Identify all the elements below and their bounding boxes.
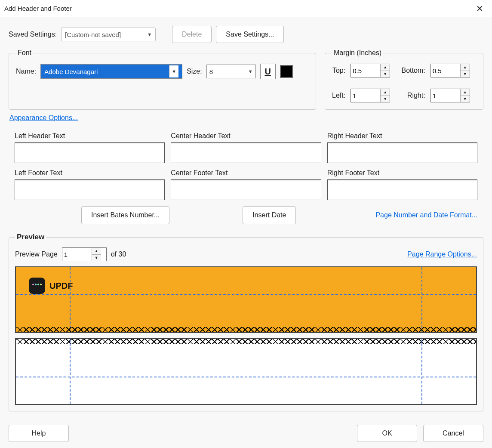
page-range-options-link[interactable]: Page Range Options... — [407, 250, 477, 258]
brand-text: UPDF — [49, 281, 73, 291]
margin-bottom-input[interactable]: ▲▼ — [430, 64, 470, 77]
center-footer-label: Center Footer Text — [171, 169, 321, 177]
document-brand: UPDF — [29, 278, 73, 294]
delete-button[interactable]: Delete — [172, 26, 212, 43]
right-header-label: Right Header Text — [327, 132, 477, 140]
margin-guide — [421, 339, 422, 404]
margin-right-input[interactable]: ▲▼ — [430, 89, 470, 102]
font-legend: Font — [16, 49, 33, 57]
spin-up-icon[interactable]: ▲ — [461, 89, 470, 96]
spin-down-icon[interactable]: ▼ — [381, 96, 390, 102]
underline-button[interactable]: U — [260, 64, 276, 79]
tear-edge-icon — [16, 327, 476, 332]
font-size-value: 8 — [209, 68, 213, 75]
chevron-down-icon: ▼ — [169, 65, 178, 77]
left-header-input[interactable] — [15, 142, 165, 163]
spin-down-icon[interactable]: ▼ — [381, 71, 390, 77]
margin-guide — [70, 267, 71, 332]
margin-guide — [70, 339, 71, 404]
right-header-input[interactable] — [327, 142, 477, 163]
help-button[interactable]: Help — [9, 425, 69, 442]
appearance-options-link[interactable]: Appearance Options... — [9, 114, 78, 121]
margin-guide — [16, 377, 476, 377]
spin-down-icon[interactable]: ▼ — [92, 255, 101, 261]
center-footer-input[interactable] — [171, 179, 321, 200]
margin-right-label: Right: — [402, 92, 425, 99]
preview-footer-pane — [15, 338, 477, 405]
font-size-label: Size: — [187, 68, 202, 75]
preview-group: Preview Preview Page ▲▼ of 30 Page Range… — [9, 233, 483, 411]
saved-settings-select[interactable]: [Custom-not saved] ▼ — [61, 28, 156, 41]
spin-up-icon[interactable]: ▲ — [381, 89, 390, 96]
page-number-date-format-link[interactable]: Page Number and Date Format... — [375, 211, 477, 219]
font-size-select[interactable]: 8 ▼ — [206, 65, 256, 78]
cancel-button[interactable]: Cancel — [423, 425, 483, 442]
right-footer-input[interactable] — [327, 179, 477, 200]
chevron-down-icon: ▼ — [147, 32, 152, 37]
margin-left-value[interactable] — [351, 89, 380, 102]
preview-of-text: of 30 — [111, 250, 126, 258]
margin-group: Margin (Inches) Top: ▲▼ Bottom: ▲▼ Left:… — [325, 49, 483, 110]
margin-left-input[interactable]: ▲▼ — [351, 89, 390, 102]
font-name-select[interactable]: Adobe Devanagari ▼ — [40, 64, 182, 79]
font-color-swatch[interactable] — [280, 65, 293, 78]
spin-down-icon[interactable]: ▼ — [461, 71, 470, 77]
left-footer-input[interactable] — [15, 179, 165, 200]
spin-up-icon[interactable]: ▲ — [381, 64, 390, 71]
ok-button[interactable]: OK — [357, 425, 417, 442]
right-footer-label: Right Footer Text — [327, 169, 477, 177]
preview-header-pane: UPDF — [15, 266, 477, 333]
margin-top-label: Top: — [332, 67, 345, 74]
tear-edge-icon — [16, 339, 476, 344]
margin-guide — [16, 294, 476, 295]
margin-legend: Margin (Inches) — [332, 49, 383, 57]
left-header-label: Left Header Text — [15, 132, 165, 140]
left-footer-label: Left Footer Text — [15, 169, 165, 177]
margin-top-input[interactable]: ▲▼ — [351, 64, 390, 77]
save-settings-button[interactable]: Save Settings... — [216, 26, 284, 43]
updf-logo-icon — [29, 278, 45, 294]
preview-page-input[interactable]: ▲▼ — [62, 247, 107, 261]
font-name-value: Adobe Devanagari — [44, 68, 98, 75]
spin-up-icon[interactable]: ▲ — [461, 64, 470, 71]
spin-up-icon[interactable]: ▲ — [92, 248, 101, 255]
saved-settings-label: Saved Settings: — [9, 31, 57, 38]
margin-right-value[interactable] — [431, 89, 460, 102]
insert-date-button[interactable]: Insert Date — [243, 206, 296, 224]
margin-top-value[interactable] — [351, 64, 380, 77]
saved-settings-value: [Custom-not saved] — [65, 31, 121, 38]
insert-bates-button[interactable]: Insert Bates Number... — [81, 206, 169, 224]
margin-left-label: Left: — [332, 92, 345, 99]
font-group: Font Name: Adobe Devanagari ▼ Size: 8 ▼ … — [9, 49, 316, 110]
preview-legend: Preview — [15, 233, 46, 241]
center-header-input[interactable] — [171, 142, 321, 163]
font-name-label: Name: — [16, 68, 36, 75]
margin-bottom-label: Bottom: — [402, 67, 425, 74]
margin-guide — [421, 267, 422, 332]
close-icon[interactable]: ✕ — [473, 2, 486, 15]
center-header-label: Center Header Text — [171, 132, 321, 140]
preview-page-label: Preview Page — [15, 250, 58, 258]
chevron-down-icon: ▼ — [248, 69, 253, 74]
margin-bottom-value[interactable] — [431, 64, 460, 77]
spin-down-icon[interactable]: ▼ — [461, 96, 470, 102]
dialog-title: Add Header and Footer — [4, 5, 72, 12]
preview-page-value[interactable] — [62, 248, 92, 261]
